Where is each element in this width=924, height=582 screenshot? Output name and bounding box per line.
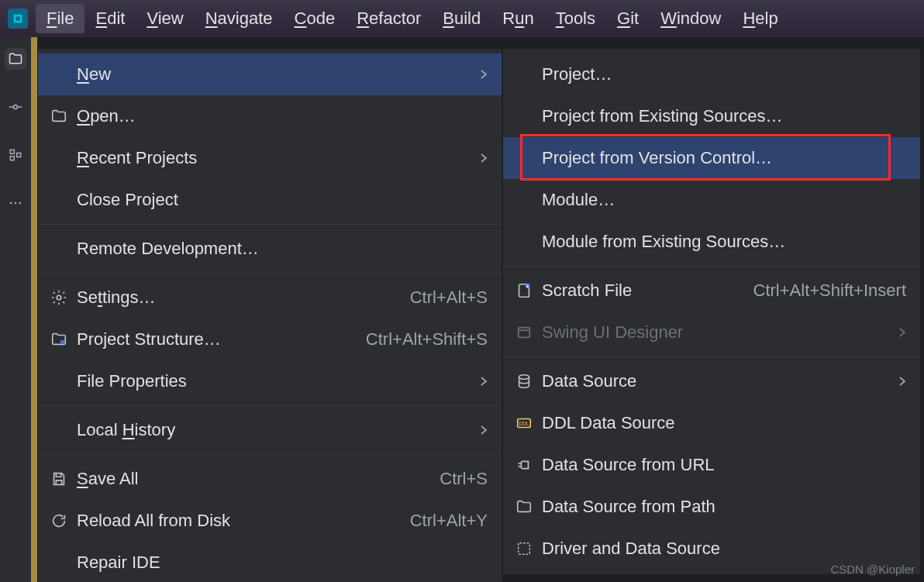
sidebar-folder-button[interactable] xyxy=(5,48,26,70)
sidebar-more-button[interactable] xyxy=(5,192,26,214)
file-menu-item-reload-all-from-disk[interactable]: Reload All from DiskCtrl+Alt+Y xyxy=(38,500,502,542)
file-menu-item-project-structure[interactable]: Project Structure…Ctrl+Alt+Shift+S xyxy=(38,319,502,360)
menu-item-label: Project from Existing Sources… xyxy=(542,106,906,126)
menu-item-label: Save All xyxy=(77,469,432,489)
new-submenu-item-project-from-existing-sources[interactable]: Project from Existing Sources… xyxy=(503,95,920,137)
svg-point-5 xyxy=(15,202,17,205)
file-menu-item-open[interactable]: Open… xyxy=(38,95,502,137)
svg-point-12 xyxy=(519,375,529,380)
blank-icon xyxy=(49,553,69,573)
folder-icon xyxy=(514,497,534,517)
file-menu-item-file-properties[interactable]: File Properties xyxy=(38,360,502,402)
menu-git[interactable]: Git xyxy=(606,4,650,33)
file-menu-item-close-project[interactable]: Close Project xyxy=(38,179,502,221)
file-menu-item-local-history[interactable]: Local History xyxy=(38,409,502,451)
new-submenu: Project…Project from Existing Sources…Pr… xyxy=(502,48,921,575)
svg-point-0 xyxy=(14,105,18,109)
blank-icon xyxy=(49,371,69,391)
swing-icon xyxy=(514,322,534,343)
menu-item-label: Recent Projects xyxy=(77,148,466,168)
menu-navigate[interactable]: Navigate xyxy=(195,4,284,33)
blank-icon xyxy=(49,64,69,84)
new-submenu-item-data-source-from-url[interactable]: Data Source from URL xyxy=(503,444,920,486)
sidebar-structure-button[interactable] xyxy=(5,144,26,166)
database-icon xyxy=(514,371,534,391)
file-menu-separator xyxy=(38,405,502,406)
file-menu-separator xyxy=(38,454,502,455)
new-submenu-item-ddl-data-source[interactable]: DDLDDL Data Source xyxy=(503,402,920,444)
new-submenu-item-data-source-from-path[interactable]: Data Source from Path xyxy=(503,486,920,528)
menu-item-label: Swing UI Designer xyxy=(542,322,884,343)
file-menu-item-settings[interactable]: Settings…Ctrl+Alt+S xyxy=(38,277,502,319)
svg-point-4 xyxy=(10,202,12,205)
menu-build[interactable]: Build xyxy=(432,4,491,33)
svg-rect-3 xyxy=(17,153,21,157)
svg-rect-2 xyxy=(10,157,14,160)
folder-icon xyxy=(49,106,69,126)
menu-item-label: Data Source from URL xyxy=(542,455,906,475)
chevron-right-icon xyxy=(480,64,488,84)
blank-icon xyxy=(49,148,69,168)
new-submenu-item-project-from-version-control[interactable]: Project from Version Control… xyxy=(503,137,920,179)
menu-item-label: Scratch File xyxy=(542,281,746,301)
menu-item-label: Open… xyxy=(77,106,488,126)
menu-edit[interactable]: Edit xyxy=(84,4,136,33)
menu-item-label: Local History xyxy=(77,420,466,440)
watermark-text: CSDN @Kiopler xyxy=(830,563,915,576)
svg-point-7 xyxy=(57,295,61,300)
svg-rect-15 xyxy=(521,461,528,468)
editor-gutter xyxy=(31,37,37,582)
ddl-icon: DDL xyxy=(514,413,534,433)
new-submenu-item-project[interactable]: Project… xyxy=(503,53,920,95)
menu-help[interactable]: Help xyxy=(732,4,788,33)
blank-icon xyxy=(49,190,69,210)
file-menu-item-save-all[interactable]: Save AllCtrl+S xyxy=(38,458,502,500)
menu-view[interactable]: View xyxy=(136,4,194,33)
blank-icon xyxy=(49,420,69,440)
menu-item-label: New xyxy=(77,64,466,84)
file-menu-item-recent-projects[interactable]: Recent Projects xyxy=(38,137,502,179)
new-submenu-separator xyxy=(503,266,920,267)
menu-item-label: Module from Existing Sources… xyxy=(542,232,906,252)
project-structure-icon xyxy=(49,329,69,350)
menu-run[interactable]: Run xyxy=(491,4,544,33)
svg-text:DDL: DDL xyxy=(519,421,529,426)
svg-point-6 xyxy=(19,202,22,205)
menu-window[interactable]: Window xyxy=(650,4,732,33)
chevron-right-icon xyxy=(480,148,488,168)
plug-icon xyxy=(514,455,534,475)
menu-code[interactable]: Code xyxy=(284,4,346,33)
file-menu-item-new[interactable]: New xyxy=(38,53,502,95)
menu-item-label: Project… xyxy=(542,64,906,84)
new-submenu-item-data-source[interactable]: Data Source xyxy=(503,360,920,402)
menu-item-label: Remote Development… xyxy=(77,239,488,259)
menu-item-label: Repair IDE xyxy=(77,553,488,573)
menu-item-label: Project from Version Control… xyxy=(542,148,906,168)
menu-tools[interactable]: Tools xyxy=(545,4,606,33)
blank-icon xyxy=(49,239,69,259)
file-menu-dropdown: NewOpen…Recent ProjectsClose ProjectRemo… xyxy=(37,48,502,582)
menu-item-label: File Properties xyxy=(77,371,466,391)
file-menu-separator xyxy=(38,273,502,274)
file-menu-item-repair-ide[interactable]: Repair IDE xyxy=(38,542,502,582)
new-submenu-separator xyxy=(503,356,920,357)
new-submenu-item-module[interactable]: Module… xyxy=(503,179,920,221)
app-icon xyxy=(8,9,28,29)
file-menu-item-remote-development[interactable]: Remote Development… xyxy=(38,228,502,270)
blank-icon xyxy=(514,148,534,168)
new-submenu-item-swing-ui-designer: Swing UI Designer xyxy=(503,312,920,353)
menu-item-label: Project Structure… xyxy=(77,329,358,350)
shortcut-label: Ctrl+Alt+S xyxy=(410,288,488,308)
gear-icon xyxy=(49,288,69,308)
menu-item-label: Reload All from Disk xyxy=(77,511,402,531)
menu-item-label: Driver and Data Source xyxy=(542,539,906,559)
new-submenu-item-module-from-existing-sources[interactable]: Module from Existing Sources… xyxy=(503,221,920,263)
svg-rect-1 xyxy=(10,150,14,153)
menu-refactor[interactable]: Refactor xyxy=(346,4,432,33)
shortcut-label: Ctrl+Alt+Shift+Insert xyxy=(753,281,906,301)
svg-rect-8 xyxy=(60,340,65,344)
menu-file[interactable]: File xyxy=(36,4,84,33)
sidebar-commit-button[interactable] xyxy=(5,96,26,118)
chevron-right-icon xyxy=(898,322,906,343)
new-submenu-item-scratch-file[interactable]: Scratch FileCtrl+Alt+Shift+Insert xyxy=(503,270,920,312)
